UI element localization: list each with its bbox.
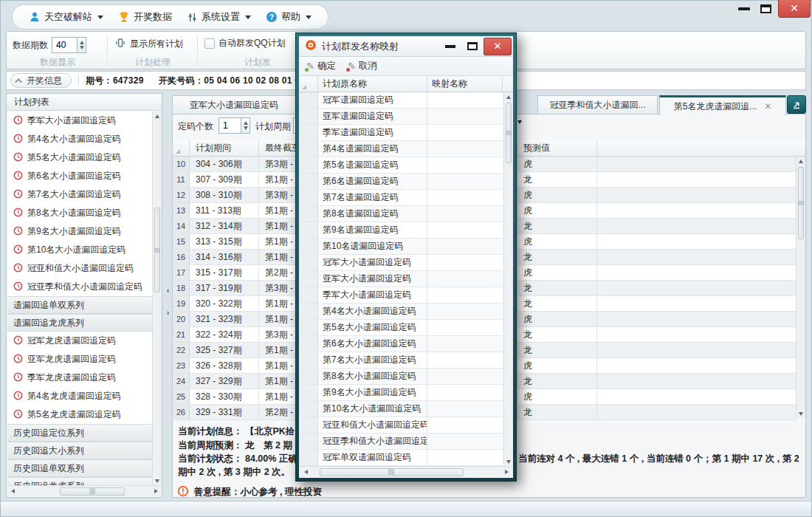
scrollbar-thumb[interactable] [506, 103, 512, 163]
column-header-period[interactable]: 计划期间 [190, 140, 259, 156]
mapped-name-cell[interactable] [427, 336, 503, 352]
mapped-name-cell[interactable] [427, 450, 503, 465]
table-row[interactable]: 冠军单双遗漏回追定码 [299, 450, 503, 466]
tab-runnerup-bigsmall[interactable]: 亚军大小遗漏回追定码 [172, 95, 296, 114]
table-row[interactable]: 亚军遗漏回追定码 [299, 109, 503, 125]
table-row[interactable]: 第4名大小遗漏回追定码 [299, 304, 503, 320]
select-all-corner[interactable] [299, 76, 318, 92]
table-row[interactable]: 第5名遗漏回追定码 [299, 157, 503, 174]
mapped-name-cell[interactable] [427, 109, 503, 124]
list-item[interactable]: 第8名大小遗漏回追定码 [7, 204, 152, 222]
scroll-right-button[interactable] [502, 470, 511, 474]
list-item[interactable]: 第5名大小遗漏回追定码 [7, 148, 152, 167]
period-count-input[interactable] [52, 37, 77, 53]
scroll-left-button[interactable] [301, 470, 310, 474]
scroll-left-button[interactable] [8, 489, 17, 493]
mapped-name-cell[interactable] [427, 255, 503, 270]
ok-button[interactable]: ✎ 确定 [306, 60, 336, 72]
splitter-collapse-left[interactable]: ‹ [165, 284, 171, 297]
table-row[interactable]: 第9名遗漏回追定码 [299, 222, 503, 239]
code-count-arrows[interactable] [241, 117, 250, 134]
tab-sum-bigsmall[interactable]: 冠亚季和值大小遗漏回... [537, 95, 658, 114]
table-row[interactable]: 第6名大小遗漏回追定码 [299, 336, 503, 352]
dialog-maximize-button[interactable] [467, 42, 478, 50]
window-close-button[interactable]: ✕ [778, 0, 811, 18]
list-item[interactable]: 第4名大小遗漏回追定码 [7, 130, 152, 148]
list-item[interactable]: 历史回追龙虎系列 [7, 477, 152, 485]
list-item[interactable]: 第7名大小遗漏回追定码 [7, 185, 152, 204]
list-item[interactable]: 历史回追大小系列 [7, 442, 152, 459]
mapped-name-cell[interactable] [427, 222, 503, 238]
mapped-name-cell[interactable] [427, 141, 503, 157]
table-row[interactable]: 冠亚季和值大小遗漏回追定码 [299, 434, 503, 450]
column-header-source-name[interactable]: 计划原名称 [318, 76, 427, 92]
table-row[interactable]: 第7名大小遗漏回追定码 [299, 352, 503, 369]
list-item[interactable]: 季军龙虎遗漏回追定码 [7, 369, 152, 387]
mapped-name-cell[interactable] [427, 417, 503, 433]
scroll-up-button[interactable] [153, 112, 162, 120]
scroll-up-button[interactable] [504, 92, 513, 101]
table-row[interactable]: 第4名遗漏回追定码 [299, 141, 503, 157]
table-row[interactable]: 冠军遗漏回追定码 [299, 92, 503, 109]
list-item[interactable]: 亚军龙虎遗漏回追定码 [7, 350, 152, 369]
list-item[interactable]: 冠亚和值大小遗漏回追定码 [7, 259, 152, 278]
table-row[interactable]: 亚军大小遗漏回追定码 [299, 271, 503, 287]
menu-item-settings[interactable]: 系统设置 [182, 10, 255, 24]
combo-dropdown-icon[interactable] [517, 120, 522, 124]
mapped-name-cell[interactable] [427, 239, 503, 254]
mapped-name-cell[interactable] [427, 287, 503, 303]
mapped-name-cell[interactable] [427, 304, 503, 319]
table-row[interactable]: 第10名遗漏回追定码 [299, 239, 503, 255]
show-all-plans-button[interactable]: 显示所有计划 [114, 37, 183, 51]
table-row[interactable]: 冠亚和值大小遗漏回追定码 [299, 417, 503, 434]
dialog-vertical-scrollbar[interactable] [503, 92, 513, 466]
cancel-button[interactable]: ✎ 取消 [348, 60, 377, 72]
scroll-down-button[interactable] [504, 457, 513, 466]
column-header-mapped-name[interactable]: 映射名称 [427, 76, 503, 92]
list-item[interactable]: 季军大小遗漏回追定码 [7, 112, 152, 130]
list-item[interactable]: 历史回追定位系列 [7, 424, 152, 442]
menu-item-home[interactable]: 天空破解站 [24, 10, 108, 24]
list-item[interactable]: 第10名大小遗漏回追定码 [7, 241, 152, 259]
scroll-right-button[interactable] [151, 489, 160, 493]
main-table-vertical-scrollbar[interactable] [796, 157, 805, 418]
mapped-name-cell[interactable] [427, 125, 503, 140]
scrollbar-thumb[interactable] [60, 487, 125, 496]
dialog-title-bar[interactable]: 计划群发名称映射 ✕ [299, 36, 513, 57]
dock-expand-icon[interactable] [787, 95, 806, 114]
table-row[interactable]: 第9名大小遗漏回追定码 [299, 385, 503, 401]
mapped-name-cell[interactable] [427, 190, 503, 205]
dialog-horizontal-scrollbar[interactable] [300, 466, 512, 477]
window-maximize-button[interactable] [760, 4, 771, 13]
list-item[interactable]: 历史回追单双系列 [7, 459, 152, 477]
scroll-up-button[interactable] [796, 157, 805, 165]
list-item[interactable]: 冠军龙虎遗漏回追定码 [7, 332, 152, 350]
scrollbar-thumb[interactable] [798, 167, 804, 239]
mapped-name-cell[interactable] [427, 401, 503, 417]
mapped-name-cell[interactable] [427, 320, 503, 335]
table-row[interactable]: 冠军大小遗漏回追定码 [299, 255, 503, 271]
splitter-collapse-right[interactable]: › [165, 306, 171, 319]
column-header-prediction[interactable]: 预测值 [517, 140, 597, 156]
list-item[interactable]: 第9名大小遗漏回追定码 [7, 222, 152, 241]
scrollbar-thumb[interactable] [320, 468, 464, 476]
mapped-name-cell[interactable] [427, 369, 503, 384]
mapped-name-cell[interactable] [427, 92, 503, 108]
window-minimize-button[interactable] [738, 7, 750, 10]
dialog-close-button[interactable]: ✕ [484, 38, 512, 55]
mapped-name-cell[interactable] [427, 385, 503, 400]
select-all-corner[interactable] [173, 140, 190, 156]
draw-info-toggle[interactable]: 开奖信息 [10, 73, 72, 88]
list-item[interactable]: 遗漏回追单双系列 [7, 296, 152, 314]
scroll-down-button[interactable] [796, 409, 805, 418]
auto-send-checkbox[interactable] [204, 38, 215, 49]
code-count-input[interactable] [219, 117, 241, 134]
table-row[interactable]: 第8名大小遗漏回追定码 [299, 369, 503, 385]
list-item[interactable]: 第5名龙虎遗漏回追定码 [7, 405, 152, 424]
mapped-name-cell[interactable] [427, 271, 503, 287]
table-row[interactable]: 季军大小遗漏回追定码 [299, 287, 503, 304]
scrollbar-thumb[interactable] [154, 208, 160, 292]
dialog-minimize-button[interactable] [445, 45, 455, 48]
table-row[interactable]: 季军遗漏回追定码 [299, 125, 503, 141]
list-item[interactable]: 第6名大小遗漏回追定码 [7, 167, 152, 185]
